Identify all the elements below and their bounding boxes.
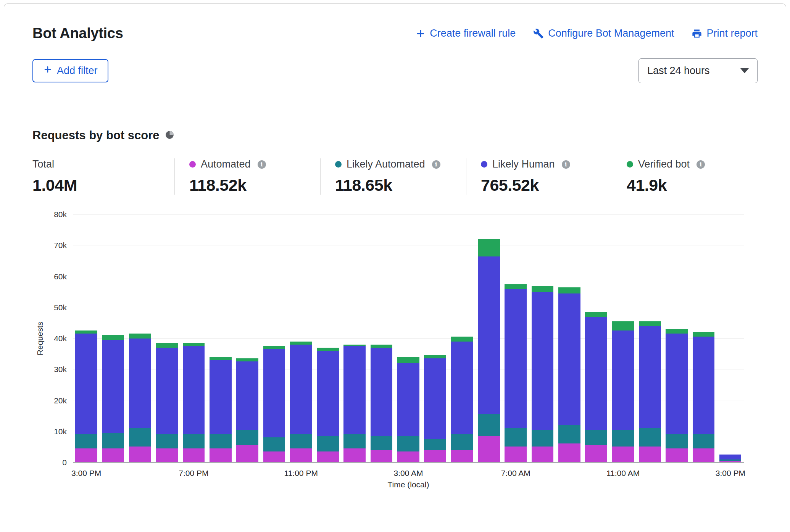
x-tick-label: 3:00 PM (716, 469, 745, 478)
configure-bot-management-label: Configure Bot Management (548, 27, 674, 39)
requests-by-bot-score-chart: Requests 010k20k30k40k50k60k70k80k 3:00 … (32, 214, 758, 493)
print-report-label: Print report (706, 27, 758, 39)
stat-likely-human: Likely Human i 765.52k (466, 158, 612, 195)
x-axis-title: Time (local) (73, 480, 744, 493)
stacked-bar[interactable] (612, 214, 634, 462)
stacked-bar[interactable] (102, 214, 124, 462)
stacked-bar[interactable] (693, 214, 715, 462)
stacked-bar[interactable] (639, 214, 661, 462)
y-tick-label: 50k (54, 303, 67, 312)
header-actions: Create firewall rule Configure Bot Manag… (416, 27, 758, 39)
stacked-bar[interactable] (290, 214, 312, 462)
plus-icon (43, 65, 52, 77)
verified-bot-legend-dot (627, 161, 633, 168)
info-icon[interactable]: i (562, 160, 570, 169)
stat-total-label: Total (32, 158, 54, 170)
y-tick-label: 60k (54, 272, 67, 281)
y-tick-label: 70k (54, 241, 67, 250)
y-tick-label: 40k (54, 334, 67, 343)
stat-verified-bot-label: Verified bot (638, 158, 690, 170)
y-tick-label: 30k (54, 365, 67, 374)
stacked-bar[interactable] (424, 214, 446, 462)
stat-total-value: 1.04M (32, 176, 174, 195)
pie-chart-icon (165, 130, 174, 141)
x-tick-label: 11:00 AM (606, 469, 640, 478)
stacked-bar[interactable] (666, 214, 688, 462)
stacked-bar[interactable] (317, 214, 339, 462)
time-range-select[interactable]: Last 24 hours (638, 58, 758, 83)
stat-likely-human-label: Likely Human (492, 158, 555, 170)
info-icon[interactable]: i (696, 160, 705, 169)
stat-likely-automated-value: 118.65k (335, 176, 466, 195)
card-body: Requests by bot score Total 1.04M Automa… (4, 104, 786, 493)
stacked-bar[interactable] (183, 214, 205, 462)
stacked-bar[interactable] (129, 214, 151, 462)
bars (73, 214, 744, 462)
stat-verified-bot-value: 41.9k (627, 176, 758, 195)
y-tick-label: 80k (54, 210, 67, 219)
stacked-bar[interactable] (558, 214, 580, 462)
x-tick-label: 3:00 AM (393, 469, 423, 478)
stacked-bar[interactable] (371, 214, 393, 462)
stat-automated-value: 118.52k (189, 176, 320, 195)
stat-automated-label: Automated (201, 158, 251, 170)
stacked-bar[interactable] (156, 214, 178, 462)
stats-row: Total 1.04M Automated i 118.52k Likely A… (32, 158, 758, 195)
printer-icon (692, 28, 702, 39)
add-filter-button[interactable]: Add filter (32, 59, 108, 82)
stat-automated: Automated i 118.52k (174, 158, 320, 195)
info-icon[interactable]: i (432, 160, 440, 169)
x-axis-labels: 3:00 PM7:00 PM11:00 PM3:00 AM7:00 AM11:0… (73, 463, 744, 480)
stacked-bar[interactable] (236, 214, 258, 462)
chevron-down-icon (740, 68, 749, 73)
wrench-icon (533, 28, 544, 39)
configure-bot-management-link[interactable]: Configure Bot Management (533, 27, 674, 39)
stacked-bar[interactable] (397, 214, 419, 462)
automated-legend-dot (189, 161, 196, 168)
stacked-bar[interactable] (505, 214, 527, 462)
x-tick-label: 11:00 PM (284, 469, 318, 478)
y-axis-title: Requests (35, 322, 45, 356)
stacked-bar[interactable] (75, 214, 97, 462)
stacked-bar[interactable] (719, 214, 742, 462)
y-tick-label: 20k (54, 396, 67, 405)
stacked-bar[interactable] (532, 214, 554, 462)
stacked-bar[interactable] (478, 214, 500, 462)
print-report-link[interactable]: Print report (692, 27, 758, 39)
stat-likely-automated: Likely Automated i 118.65k (320, 158, 466, 195)
section-title: Requests by bot score (32, 129, 159, 142)
add-filter-label: Add filter (57, 65, 98, 77)
time-range-value: Last 24 hours (647, 65, 710, 77)
page-title: Bot Analytics (32, 25, 123, 42)
create-firewall-rule-link[interactable]: Create firewall rule (416, 27, 516, 39)
stacked-bar[interactable] (451, 214, 473, 462)
info-icon[interactable]: i (258, 160, 266, 169)
x-tick-label: 7:00 AM (501, 469, 530, 478)
stat-likely-human-value: 765.52k (481, 176, 612, 195)
bot-analytics-card: Bot Analytics Create firewall rule Confi… (4, 3, 786, 532)
stacked-bar[interactable] (210, 214, 232, 462)
y-tick-label: 0 (62, 458, 67, 467)
y-tick-label: 10k (54, 427, 67, 436)
plus-icon (416, 29, 426, 39)
y-axis-labels: 010k20k30k40k50k60k70k80k (48, 214, 73, 463)
stat-verified-bot: Verified bot i 41.9k (612, 158, 758, 195)
stacked-bar[interactable] (343, 214, 366, 462)
stat-total: Total 1.04M (32, 158, 174, 195)
create-firewall-rule-label: Create firewall rule (430, 27, 516, 39)
plot-area (73, 214, 744, 463)
stacked-bar[interactable] (263, 214, 285, 462)
likely-human-legend-dot (481, 161, 487, 168)
x-tick-label: 7:00 PM (179, 469, 208, 478)
stat-likely-automated-label: Likely Automated (347, 158, 425, 170)
x-tick-label: 3:00 PM (71, 469, 101, 478)
stacked-bar[interactable] (585, 214, 607, 462)
likely-automated-legend-dot (335, 161, 342, 168)
card-header: Bot Analytics Create firewall rule Confi… (4, 4, 786, 104)
